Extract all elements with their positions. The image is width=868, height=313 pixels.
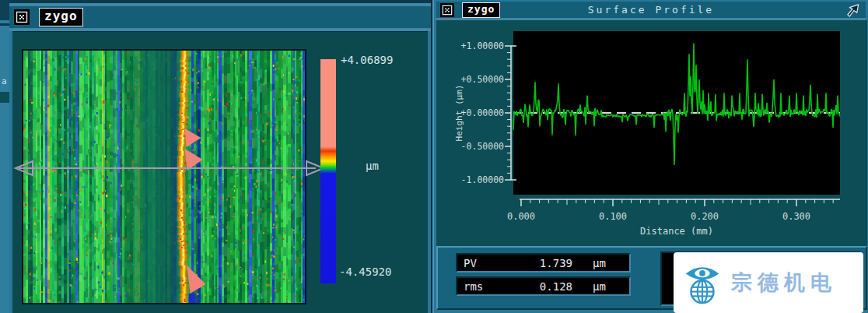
rms-value: 0.128 <box>506 280 572 293</box>
rms-label: rms <box>464 280 506 293</box>
svg-text:0.300: 0.300 <box>782 211 810 222</box>
colorbar-unit-label: µm <box>366 160 379 172</box>
pv-value: 1.739 <box>506 257 572 269</box>
background-window-box <box>0 92 9 103</box>
surface-map-window: zygo +4.06899 µm -4.45920 <box>9 0 432 313</box>
svg-text:+0.00000: +0.00000 <box>461 107 504 118</box>
watermark-logo-icon <box>680 259 725 306</box>
surface-profile-titlebar[interactable]: zygo Surface Profile <box>436 2 866 18</box>
svg-text:+0.50000: +0.50000 <box>461 74 504 85</box>
background-window-divider <box>0 23 9 26</box>
svg-text:0.000: 0.000 <box>507 211 535 222</box>
svg-text:0.200: 0.200 <box>691 211 719 222</box>
dither-box-icon <box>16 11 28 23</box>
svg-text:-0.50000: -0.50000 <box>461 141 504 152</box>
surface-map-content: +4.06899 µm -4.45920 <box>12 31 428 313</box>
surface-map-titlebar[interactable]: zygo <box>9 6 431 28</box>
desktop: a zygo <box>0 0 868 313</box>
colorbar-max-label: +4.06899 <box>341 54 393 66</box>
cursor-icon[interactable] <box>845 3 861 18</box>
dither-box-icon <box>442 5 453 16</box>
profile-line-marker[interactable] <box>12 154 328 184</box>
zygo-logo: zygo <box>462 2 500 18</box>
window-title: Surface Profile <box>436 2 866 18</box>
watermark: 宗德机电 <box>674 252 863 313</box>
background-window-shadow <box>0 0 9 20</box>
pv-unit: µm <box>572 257 623 269</box>
svg-text:0.100: 0.100 <box>599 211 627 222</box>
rms-readout: rms 0.128 µm <box>456 276 631 296</box>
surface-profile-chart: +1.00000+0.50000+0.00000-0.50000-1.00000… <box>436 20 867 246</box>
svg-text:-1.00000: -1.00000 <box>461 174 504 185</box>
pv-readout: PV 1.739 µm <box>456 253 631 273</box>
x-axis-label: Distance (mm) <box>513 226 840 237</box>
zygo-logo: zygo <box>39 8 83 26</box>
background-window-text: a <box>2 76 7 86</box>
y-axis-label: Height (µm) <box>454 66 465 160</box>
rms-unit: µm <box>572 280 623 293</box>
pv-label: PV <box>464 257 506 269</box>
background-window-edge: a <box>0 0 9 313</box>
window-menu-icon[interactable] <box>440 3 454 17</box>
window-menu-icon[interactable] <box>14 9 30 25</box>
watermark-text: 宗德机电 <box>731 269 837 297</box>
colorbar-min-label: -4.45920 <box>339 266 391 278</box>
svg-text:+1.00000: +1.00000 <box>461 40 504 51</box>
height-colorbar <box>320 59 336 283</box>
profile-plot-panel: Height (µm) +1.00000+0.50000+0.00000-0.5… <box>436 20 867 246</box>
